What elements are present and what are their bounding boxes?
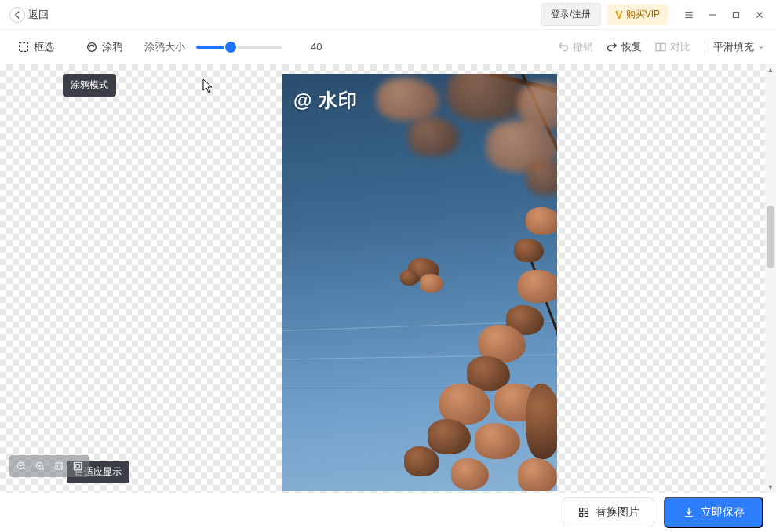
image-preview: @ 水印	[282, 74, 557, 491]
svg-rect-22	[76, 465, 80, 468]
fill-mode-dropdown[interactable]: 平滑填充	[713, 40, 765, 54]
close-button[interactable]	[748, 3, 771, 27]
slider-thumb[interactable]	[225, 42, 236, 53]
login-button[interactable]: 登录/注册	[541, 3, 601, 26]
fit-screen-button[interactable]	[69, 458, 86, 474]
replace-icon	[577, 506, 590, 519]
brush-mode-tooltip: 涂鸦模式	[63, 74, 116, 97]
watermark-text: @ 水印	[293, 88, 358, 113]
zoom-out-button[interactable]	[13, 458, 30, 474]
svg-rect-21	[74, 462, 81, 469]
undo-label: 撤销	[573, 40, 593, 54]
box-select-label: 框选	[34, 40, 54, 54]
brush-size-slider[interactable]	[196, 46, 282, 49]
replace-image-button[interactable]: 替换图片	[563, 497, 654, 527]
scroll-up-arrow[interactable]: ▲	[765, 64, 776, 75]
box-select-tool[interactable]: 框选	[11, 35, 60, 59]
maximize-button[interactable]	[724, 3, 748, 27]
back-arrow-icon	[9, 7, 25, 23]
brush-label: 涂鸦	[102, 40, 122, 54]
minimize-button[interactable]	[701, 3, 724, 27]
brush-size-value: 40	[311, 41, 334, 53]
svg-rect-18	[56, 463, 62, 469]
back-label: 返回	[28, 8, 49, 22]
save-label: 立即保存	[701, 505, 745, 519]
vertical-scrollbar[interactable]: ▲ ▼	[765, 64, 776, 493]
menu-button[interactable]	[677, 3, 701, 27]
vip-label: 购买VIP	[626, 8, 660, 21]
brush-tool[interactable]: 涂鸦	[79, 35, 129, 59]
svg-rect-7	[20, 42, 28, 51]
zoom-in-button[interactable]	[31, 458, 49, 474]
title-bar: 返回 登录/注册 V 购买VIP	[0, 0, 776, 30]
actual-size-button[interactable]	[50, 458, 67, 474]
svg-point-8	[88, 42, 97, 51]
svg-line-13	[23, 468, 24, 469]
compare-button[interactable]: 对比	[648, 35, 697, 59]
redo-button[interactable]: 恢复	[599, 35, 648, 59]
redo-label: 恢复	[621, 40, 642, 54]
svg-line-17	[42, 468, 43, 469]
scroll-down-arrow[interactable]: ▼	[765, 482, 776, 493]
vip-icon: V	[615, 9, 622, 21]
svg-rect-4	[734, 12, 739, 17]
zoom-controls	[9, 455, 89, 477]
scrollbar-thumb[interactable]	[767, 206, 774, 268]
vip-button[interactable]: V 购买VIP	[607, 4, 668, 25]
undo-button[interactable]: 撤销	[551, 35, 599, 59]
fill-mode-label: 平滑填充	[713, 40, 754, 54]
svg-rect-10	[661, 43, 665, 50]
canvas-area[interactable]: @ 水印	[0, 64, 765, 493]
compare-label: 对比	[670, 40, 690, 54]
back-button[interactable]: 返回	[5, 4, 53, 26]
download-icon	[683, 506, 695, 519]
login-label: 登录/注册	[551, 9, 591, 20]
brush-size-label: 涂鸦大小	[144, 40, 185, 54]
chevron-down-icon	[757, 43, 765, 51]
svg-rect-9	[656, 43, 660, 50]
bottom-bar: 替换图片 立即保存	[0, 493, 776, 532]
toolbar: 框选 涂鸦 涂鸦大小 40 撤销 恢复 对比 平滑填充	[0, 30, 776, 64]
save-button[interactable]: 立即保存	[664, 497, 763, 528]
replace-label: 替换图片	[596, 505, 639, 519]
